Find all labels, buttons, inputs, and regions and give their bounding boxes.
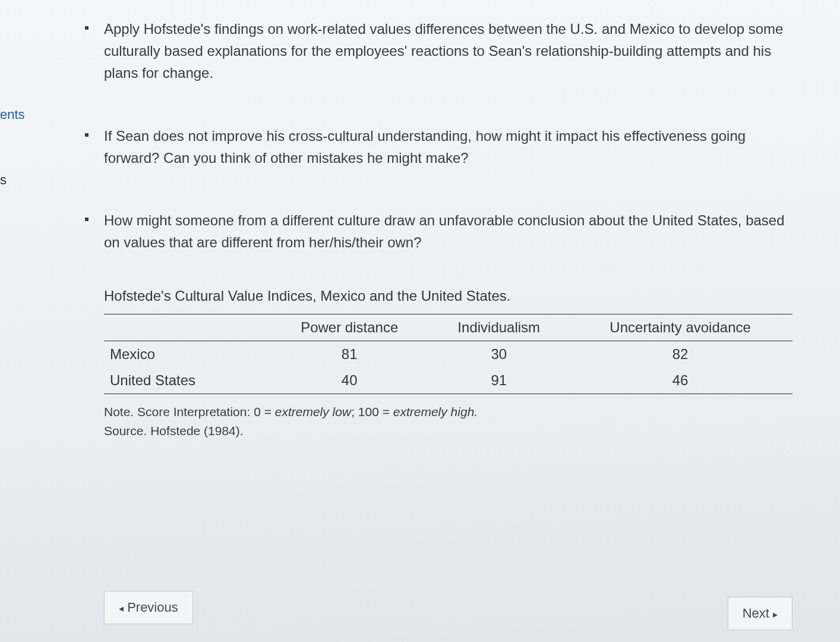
col-power-distance: Power distance — [269, 314, 430, 341]
col-individualism: Individualism — [430, 314, 568, 341]
cell-value: 40 — [269, 367, 430, 394]
main-content: Apply Hofstede's findings on work-relate… — [80, 12, 792, 440]
previous-label: Previous — [127, 600, 178, 615]
cell-value: 46 — [568, 367, 792, 394]
cell-country: United States — [104, 367, 269, 394]
table-header-row: Power distance Individualism Uncertainty… — [104, 314, 792, 341]
hofstede-table-block: Hofstede's Cultural Value Indices, Mexic… — [104, 288, 792, 440]
col-country — [104, 314, 269, 341]
sidebar-item-fragment-2[interactable]: s — [0, 172, 7, 188]
table-row: Mexico 81 30 82 — [104, 341, 792, 368]
next-button[interactable]: Next ▸ — [728, 597, 792, 630]
note-mid: ; 100 = — [351, 405, 393, 418]
cell-country: Mexico — [104, 341, 269, 368]
sidebar-item-fragment-1[interactable]: ents — [0, 107, 25, 122]
bullet-hofstede-apply: Apply Hofstede's findings on work-relate… — [80, 18, 792, 84]
chevron-right-icon: ▸ — [773, 609, 778, 619]
table-note: Note. Score Interpretation: 0 = extremel… — [104, 402, 792, 440]
cell-value: 30 — [430, 341, 568, 368]
col-uncertainty-avoidance: Uncertainty avoidance — [568, 314, 792, 341]
cell-value: 82 — [568, 341, 792, 368]
cell-value: 91 — [430, 367, 568, 394]
table-row: United States 40 91 46 — [104, 367, 792, 394]
hofstede-table: Power distance Individualism Uncertainty… — [104, 314, 792, 394]
chevron-left-icon: ◂ — [119, 603, 124, 613]
note-prefix: Note. Score Interpretation: 0 = — [104, 405, 275, 418]
note-high: extremely high. — [393, 405, 478, 418]
page-container: ents s Apply Hofstede's findings on work… — [0, 0, 840, 642]
bullet-unfavorable-conclusion: How might someone from a different cultu… — [80, 209, 792, 253]
note-low: extremely low — [275, 405, 351, 418]
cell-value: 81 — [269, 341, 430, 368]
left-sidebar-fragment: ents s — [0, 0, 24, 642]
bullet-cross-cultural: If Sean does not improve his cross-cultu… — [80, 125, 792, 169]
next-label: Next — [743, 606, 769, 621]
previous-button[interactable]: ◂ Previous — [104, 591, 193, 624]
table-title: Hofstede's Cultural Value Indices, Mexic… — [104, 288, 792, 308]
question-list: Apply Hofstede's findings on work-relate… — [80, 18, 792, 253]
note-source: Source. Hofstede (1984). — [104, 424, 244, 438]
nav-footer: ◂ Previous Next ▸ — [104, 591, 792, 624]
